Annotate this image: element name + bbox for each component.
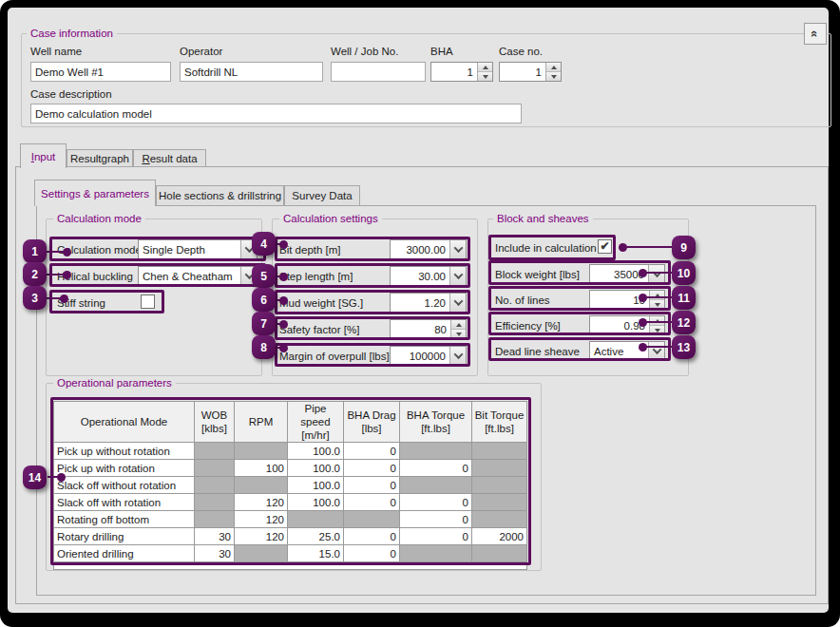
value-cell[interactable]: 100.0 [288,443,344,460]
value-cell[interactable] [344,511,400,528]
spin-down-icon[interactable] [451,329,466,338]
operational-mode-cell[interactable]: Rotary drilling [54,528,195,545]
value-cell[interactable]: 100.0 [288,460,344,477]
value-cell[interactable]: 120 [235,511,288,528]
spin-down-icon[interactable] [546,71,561,81]
value-cell[interactable]: 0 [344,545,400,562]
well-name-input[interactable]: Demo Well #1 [30,62,171,82]
spin-up-icon[interactable] [478,63,492,71]
table-row: Pick up with rotation100100.000 [54,460,527,477]
margin-of-overpull-dropdown[interactable]: 100000 [390,346,467,366]
tab-result-graph[interactable]: Result graph [67,149,133,166]
value-cell[interactable]: 30 [195,528,235,545]
value-cell[interactable]: 25.0 [288,528,344,545]
value-cell[interactable] [195,494,235,511]
operational-mode-cell[interactable]: Rotating off bottom [54,511,195,528]
case-no-stepper[interactable]: 1 [499,62,562,82]
operational-mode-cell[interactable]: Pick up with rotation [54,460,195,477]
operational-mode-cell[interactable]: Slack off without rotation [54,477,195,494]
value-cell[interactable]: 2000 [472,528,527,545]
value-cell[interactable] [472,443,527,460]
spin-up-icon[interactable] [546,63,561,71]
tab-hole-sections-drillstring[interactable]: Hole sections & drillstring [156,185,284,205]
value-cell[interactable] [195,477,235,494]
value-cell[interactable]: 0 [400,528,472,545]
annotation-badge-12: 12 [672,311,696,334]
spin-down-icon[interactable] [650,325,664,334]
value-cell[interactable]: 120 [235,528,288,545]
operational-mode-cell[interactable]: Oriented drilling [54,545,195,562]
chevron-down-icon[interactable] [449,294,466,312]
efficiency-stepper[interactable]: 0.98 [589,315,665,335]
operational-mode-cell[interactable]: Slack off with rotation [54,494,195,511]
collapse-button[interactable]: « [804,23,827,45]
value-cell[interactable] [400,443,472,460]
operational-mode-cell[interactable]: Pick up without rotation [54,443,195,460]
dead-line-sheave-dropdown[interactable]: Active [589,341,665,361]
operational-parameters-title: Operational parameters [53,377,176,390]
tab-settings-parameters[interactable]: Settings & parameters [34,180,156,206]
case-no-spin-buttons [545,63,561,81]
value-cell[interactable] [472,477,527,494]
value-cell[interactable]: 100.0 [288,494,344,511]
operator-input[interactable]: Softdrill NL [180,62,323,82]
spin-down-icon[interactable] [478,71,492,81]
value-cell[interactable] [235,545,288,562]
operator-label: Operator [180,45,222,58]
stiff-string-checkbox[interactable] [141,294,155,309]
chevron-down-icon[interactable] [449,267,466,285]
value-cell[interactable]: 0 [344,460,400,477]
empty-row-cell[interactable] [54,562,527,570]
calculation-mode-dropdown[interactable]: Single Depth [138,239,258,259]
safety-factor-stepper[interactable]: 80 [390,319,467,339]
value-cell[interactable] [195,511,235,528]
bit-depth-dropdown[interactable]: 3000.00 [390,239,467,259]
include-in-calculation-checkbox[interactable]: ✔ [598,239,612,254]
chevron-down-icon[interactable] [648,342,664,360]
value-cell[interactable]: 15.0 [288,545,344,562]
value-cell[interactable] [472,545,527,562]
chevron-down-icon[interactable] [449,347,466,365]
value-cell[interactable] [288,511,344,528]
spin-down-icon[interactable] [650,299,664,309]
value-cell[interactable]: 0 [400,460,472,477]
value-cell[interactable] [195,460,235,477]
well-name-label: Well name [30,45,82,58]
value-cell[interactable] [235,443,288,460]
value-cell[interactable] [400,477,472,494]
value-cell[interactable]: 100.0 [288,477,344,494]
value-cell[interactable]: 100 [235,460,288,477]
tab-result-data[interactable]: Result data [133,149,206,166]
value-cell[interactable] [195,443,235,460]
op-table-head-row: Operational ModeWOB [klbs]RPMPipe speed … [54,402,527,443]
value-cell[interactable]: 0 [400,494,472,511]
annotation-dot [57,473,66,482]
column-header: WOB [klbs] [195,402,235,443]
value-cell[interactable] [235,477,288,494]
mud-weight-dropdown[interactable]: 1.20 [390,293,467,313]
no-of-lines-stepper[interactable]: 10 [589,290,665,310]
helical-buckling-dropdown[interactable]: Chen & Cheatham [138,266,258,286]
tab-input[interactable]: Input [20,143,67,168]
value-cell[interactable] [472,460,527,477]
chevron-down-icon[interactable] [449,240,466,258]
case-description-input[interactable]: Demo calculation model [30,104,522,124]
well-job-no-input[interactable] [331,62,426,82]
bha-stepper[interactable]: 1 [430,62,493,82]
tab-survey-data[interactable]: Survey Data [284,185,360,205]
value-cell[interactable] [472,494,527,511]
value-cell[interactable]: 30 [195,545,235,562]
value-cell[interactable] [400,545,472,562]
value-cell[interactable]: 0 [344,477,400,494]
value-cell[interactable]: 0 [400,511,472,528]
step-length-dropdown[interactable]: 30.00 [390,266,467,286]
value-cell[interactable] [472,511,527,528]
value-cell[interactable]: 120 [235,494,288,511]
chevron-down-icon[interactable] [648,265,664,283]
block-weight-dropdown[interactable]: 35000 [589,264,665,284]
value-cell[interactable]: 0 [344,528,400,545]
well-job-no-label: Well / Job No. [331,45,398,58]
value-cell[interactable]: 0 [344,443,400,460]
value-cell[interactable]: 0 [344,494,400,511]
spin-up-icon[interactable] [451,320,466,329]
